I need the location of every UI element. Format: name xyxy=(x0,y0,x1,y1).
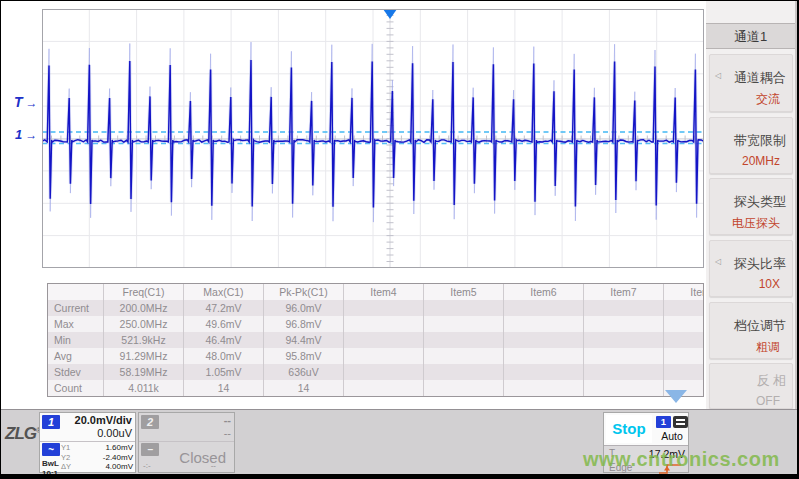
waveform-trace xyxy=(42,60,704,208)
table-cell: 14 xyxy=(264,380,344,396)
table-cell: 4.011k xyxy=(104,380,184,396)
table-cell xyxy=(504,380,584,396)
trigger-level-label: T xyxy=(14,94,23,110)
table-cell xyxy=(504,300,584,316)
cursor-y-row: Y11.60mV xyxy=(61,443,133,452)
bandwidth-limit-flag: BwL xyxy=(42,459,59,468)
table-cell xyxy=(344,300,424,316)
column-header: Item4 xyxy=(344,284,424,300)
table-cell: 94.4mV xyxy=(264,332,344,348)
table-cell xyxy=(344,332,424,348)
table-corner xyxy=(48,284,104,300)
channel1-status[interactable]: 1 20.0mV/div 0.00uV ~ BwL 10:1 Y11.60mVY… xyxy=(39,412,136,473)
row-label: Min xyxy=(48,332,104,348)
measurement-table: Freq(C1)Max(C1)Pk-Pk(C1)Item4Item5Item6I… xyxy=(47,283,704,397)
table-cell: 48.0mV xyxy=(184,348,264,364)
cursor-y-row: ΔY/ΔX---- xyxy=(61,472,133,475)
row-label: Count xyxy=(48,380,104,396)
menu-item-value: 20MHz xyxy=(742,154,780,168)
zlg-logo: ZLG® xyxy=(5,424,42,444)
channel-menu-panel: 通道1 ◁ 通道耦合 交流 带宽限制 20MHz 探头类型 电压探头 ◁ 探头比… xyxy=(706,1,797,410)
menu-item-bandwidth[interactable]: 带宽限制 20MHz xyxy=(709,117,793,174)
menu-item-gear-adjust[interactable]: 档位调节 粗调 xyxy=(709,302,793,359)
table-cell xyxy=(504,364,584,380)
menu-item-invert[interactable]: 反 相 OFF xyxy=(709,363,793,409)
table-cell xyxy=(664,332,704,348)
table-cell: 47.2mV xyxy=(184,300,264,316)
table-cell xyxy=(504,348,584,364)
table-cell: 96.0mV xyxy=(264,300,344,316)
logo-text: ZLG xyxy=(5,424,36,443)
column-header: Pk-Pk(C1) xyxy=(264,284,344,300)
menu-item-label: 通道耦合 xyxy=(734,69,786,87)
right-arrow-icon: → xyxy=(25,128,37,142)
menu-item-value: 粗调 xyxy=(756,339,780,356)
submenu-arrow-icon: ◁ xyxy=(715,257,721,266)
table-cell xyxy=(664,348,704,364)
table-cell xyxy=(584,364,664,380)
table-cell xyxy=(424,316,504,332)
channel1-ground-marker[interactable]: 1→ xyxy=(15,127,37,142)
menu-item-probe-type[interactable]: 探头类型 电压探头 xyxy=(709,178,793,235)
table-cell xyxy=(584,348,664,364)
table-cell: 58.19MHz xyxy=(104,364,184,380)
column-header: Item7 xyxy=(584,284,664,300)
table-cell xyxy=(584,300,664,316)
table-cell xyxy=(584,380,664,396)
cursor-label: ΔY/ΔX xyxy=(61,472,83,475)
watermark: www.cntronics.com xyxy=(583,448,780,471)
menu-item-coupling[interactable]: ◁ 通道耦合 交流 xyxy=(709,54,793,112)
ac-coupling-icon: ~ xyxy=(42,443,60,456)
table-cell xyxy=(424,348,504,364)
channel1-marker-label: 1 xyxy=(15,127,22,142)
channel1-offset: 0.00uV xyxy=(97,427,132,439)
menu-item-label: 探头比率 xyxy=(734,255,786,273)
menu-item-label: 反 相 xyxy=(756,372,786,390)
row-label: Current xyxy=(48,300,104,316)
menu-item-label: 档位调节 xyxy=(734,317,786,335)
scroll-down-icon[interactable] xyxy=(665,390,687,403)
table-cell xyxy=(664,316,704,332)
menu-item-value: 电压探头 xyxy=(732,215,780,232)
column-header: Item6 xyxy=(504,284,584,300)
channel1-scale: 20.0mV/div xyxy=(75,414,132,426)
table-cell: 636uV xyxy=(264,364,344,380)
table-cell xyxy=(424,364,504,380)
row-label: Stdev xyxy=(48,364,104,380)
trigger-position-icon[interactable] xyxy=(383,9,397,19)
menu-title: 通道1 xyxy=(706,23,795,49)
submenu-arrow-icon: ◁ xyxy=(715,71,721,80)
table-cell: 95.8mV xyxy=(264,348,344,364)
trigger-level-marker[interactable]: T→ xyxy=(14,94,38,110)
oscilloscope-screen: T→ 1→ 通道1 ◁ 通道耦合 交流 带宽限制 20MHz 探头类型 电压探头… xyxy=(0,0,799,479)
right-arrow-icon: → xyxy=(26,96,38,110)
table-cell: 521.9kHz xyxy=(104,332,184,348)
trigger-source-badge: 1 xyxy=(656,416,671,428)
table-cell xyxy=(344,316,424,332)
probe-ratio-flag: 10:1 xyxy=(42,469,58,474)
table-cell xyxy=(664,300,704,316)
menu-item-probe-ratio[interactable]: ◁ 探头比率 10X xyxy=(709,240,793,297)
menu-item-label: 带宽限制 xyxy=(734,132,786,150)
trigger-mode: Auto xyxy=(654,430,690,442)
table-cell xyxy=(424,380,504,396)
menu-item-value: 10X xyxy=(759,277,780,291)
table-cell: 46.4mV xyxy=(184,332,264,348)
table-cell xyxy=(424,332,504,348)
table-cell xyxy=(504,332,584,348)
table-cell xyxy=(584,316,664,332)
run-state-label: Stop xyxy=(606,415,652,443)
channel2-extra: -- xyxy=(211,461,216,470)
channel2-status[interactable]: 2 -- -- − Closed -:- -- xyxy=(138,412,235,473)
table-cell: 14 xyxy=(184,380,264,396)
waveform-display xyxy=(42,9,704,268)
row-label: Max xyxy=(48,316,104,332)
menu-item-value: OFF xyxy=(756,394,780,408)
divider xyxy=(40,441,135,442)
cursor-y-row: ΔY4.00mV xyxy=(61,462,133,471)
table-cell: 91.29MHz xyxy=(104,348,184,364)
column-header: Item8 xyxy=(664,284,704,300)
channel2-offset: -- xyxy=(224,427,231,439)
menu-item-value: 交流 xyxy=(756,91,780,108)
cursor-label: Y1 xyxy=(61,443,70,452)
